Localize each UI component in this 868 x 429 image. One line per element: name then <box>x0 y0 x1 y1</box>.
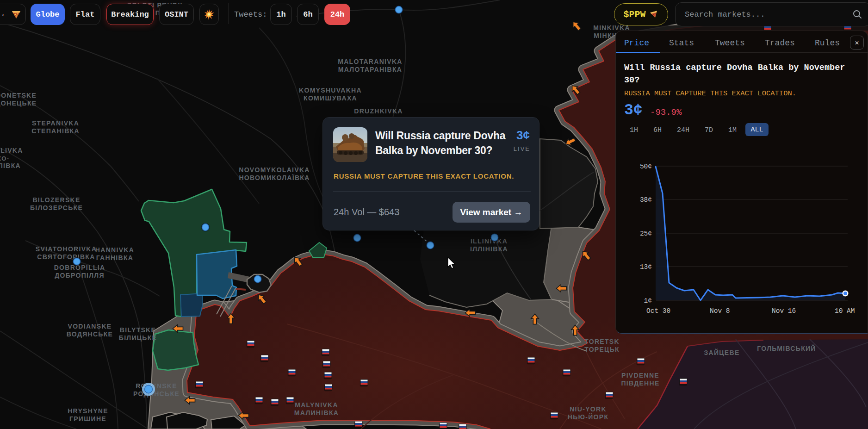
svg-text:HANNIVKA: HANNIVKA <box>95 246 134 254</box>
svg-text:ГАННІВКА: ГАННІВКА <box>96 254 133 261</box>
svg-text:СВЯТОГОРІВКА: СВЯТОГОРІВКА <box>37 253 95 261</box>
svg-text:ЛІВКА: ЛІВКА <box>0 162 21 169</box>
svg-text:ПІВДЕННЕ: ПІВДЕННЕ <box>621 379 659 387</box>
svg-text:ВОДЯНСЬКЕ: ВОДЯНСЬКЕ <box>67 330 113 338</box>
svg-text:НОВОМИКОЛАЇВКА: НОВОМИКОЛАЇВКА <box>239 174 310 181</box>
svg-text:ДОНЕЦЬКЕ: ДОНЕЦЬКЕ <box>0 99 37 107</box>
svg-text:RODYNSKE: RODYNSKE <box>136 382 177 390</box>
svg-text:МАЛОТАРАНІВКА: МАЛОТАРАНІВКА <box>338 66 402 73</box>
svg-text:NOVOMYKOLAIVKA: NOVOMYKOLAIVKA <box>239 166 310 174</box>
svg-text:НЬЮ-ЙОРК: НЬЮ-ЙОРК <box>568 413 609 421</box>
svg-text:КО-: КО- <box>0 155 9 162</box>
svg-text:Nov 8: Nov 8 <box>710 307 730 315</box>
svg-text:РОДИНСЬКЕ: РОДИНСЬКЕ <box>133 390 180 398</box>
svg-text:DRUZHKIVKA: DRUZHKIVKA <box>354 107 403 115</box>
svg-text:МАЛИНІВКА: МАЛИНІВКА <box>294 409 339 417</box>
svg-text:MALOTARANIVKA: MALOTARANIVKA <box>338 58 403 65</box>
svg-text:25¢: 25¢ <box>640 230 652 237</box>
svg-text:БІЛОЗЕРСЬКЕ: БІЛОЗЕРСЬКЕ <box>30 204 83 211</box>
svg-text:BILOZERSKE: BILOZERSKE <box>32 196 80 204</box>
svg-text:ІЛЛІНІВКА: ІЛЛІНІВКА <box>470 245 508 253</box>
svg-text:Oct 30: Oct 30 <box>646 307 670 315</box>
svg-text:ILLINIVKA: ILLINIVKA <box>471 237 508 245</box>
svg-text:10 AM: 10 AM <box>835 307 855 315</box>
svg-text:MALYNIVKA: MALYNIVKA <box>295 401 338 409</box>
svg-text:TORETSK: TORETSK <box>584 338 620 345</box>
svg-text:ЗАЙЦЕВЕ: ЗАЙЦЕВЕ <box>704 348 739 356</box>
svg-text:PIVDENNE: PIVDENNE <box>621 372 659 379</box>
svg-text:КОМИШУВАХА: КОМИШУВАХА <box>304 94 357 102</box>
svg-text:50¢: 50¢ <box>640 163 652 170</box>
svg-text:СТЕПАНІВКА: СТЕПАНІВКА <box>31 127 80 135</box>
svg-text:DOBROPILLIA: DOBROPILLIA <box>54 264 105 271</box>
svg-text:ТОРЕЦЬК: ТОРЕЦЬК <box>584 346 620 353</box>
svg-text:ДОБРОПІЛЛЯ: ДОБРОПІЛЛЯ <box>55 272 105 279</box>
svg-text:STEPANIVKA: STEPANIVKA <box>32 119 79 127</box>
svg-text:VODIANSKE: VODIANSKE <box>68 323 112 330</box>
svg-text:БІЛИЦЬКЕ: БІЛИЦЬКЕ <box>119 334 157 342</box>
svg-text:ГОЛЬМІВСЬКИЙ: ГОЛЬМІВСЬКИЙ <box>757 344 816 352</box>
svg-text:HRYSHYNE: HRYSHYNE <box>68 407 108 415</box>
svg-text:38¢: 38¢ <box>640 196 652 204</box>
svg-text:13¢: 13¢ <box>640 263 652 271</box>
svg-text:ILIVKA: ILIVKA <box>0 147 23 154</box>
svg-text:SVIATOHORIVKA: SVIATOHORIVKA <box>36 245 97 253</box>
svg-text:NIU-YORK: NIU-YORK <box>570 405 607 413</box>
svg-text:KOMYSHUVAKHA: KOMYSHUVAKHA <box>299 87 362 94</box>
svg-text:DONETSKE: DONETSKE <box>0 92 37 99</box>
svg-text:ГРИШИНЕ: ГРИШИНЕ <box>69 415 106 423</box>
svg-text:Nov 16: Nov 16 <box>772 307 796 315</box>
svg-text:BILYTSKE: BILYTSKE <box>120 326 156 334</box>
svg-text:1¢: 1¢ <box>644 297 652 305</box>
